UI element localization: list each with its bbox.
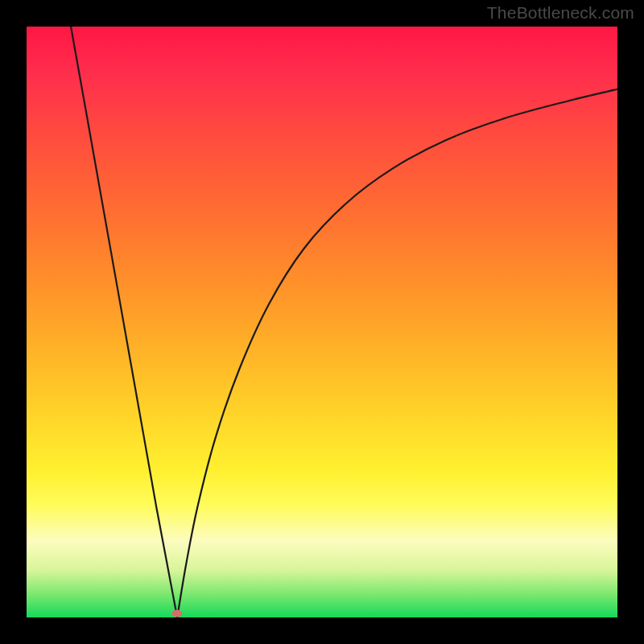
- curve-path: [71, 27, 617, 617]
- bottleneck-curve: [27, 27, 617, 617]
- watermark-text: TheBottleneck.com: [487, 3, 634, 23]
- optimal-point-marker: [172, 609, 183, 617]
- plot-area: [27, 27, 617, 617]
- chart-frame: TheBottleneck.com: [0, 0, 644, 644]
